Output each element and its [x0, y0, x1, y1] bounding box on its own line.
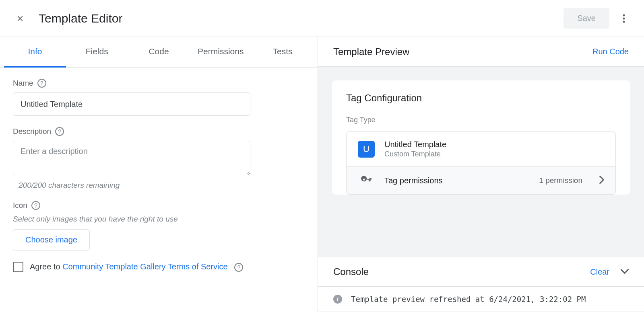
console-message-row: i Template preview refreshed at 6/24/202…	[318, 287, 644, 312]
help-icon[interactable]: ?	[55, 127, 64, 136]
agree-text: Agree to Community Template Gallery Term…	[30, 262, 243, 272]
editor-header: Template Editor Save	[0, 0, 644, 37]
console-message: Template preview refreshed at 6/24/2021,…	[351, 295, 586, 304]
help-icon[interactable]: ?	[31, 201, 40, 210]
terms-link[interactable]: Community Template Gallery Terms of Serv…	[62, 262, 228, 271]
chevron-right-icon	[599, 176, 604, 185]
clear-button[interactable]: Clear	[590, 267, 609, 277]
agree-prefix: Agree to	[30, 262, 62, 271]
editor-panel: Info Fields Code Permissions Tests Name …	[0, 37, 318, 312]
name-input[interactable]	[13, 92, 250, 116]
tab-code[interactable]: Code	[128, 37, 190, 67]
description-textarea[interactable]	[13, 141, 250, 175]
permissions-count: 1 permission	[539, 176, 582, 185]
tag-type-label: Tag Type	[346, 116, 616, 124]
console-title: Console	[333, 266, 369, 277]
tab-permissions[interactable]: Permissions	[190, 37, 252, 67]
tab-info[interactable]: Info	[4, 37, 66, 68]
help-icon[interactable]: ?	[234, 263, 243, 272]
preview-title: Template Preview	[333, 46, 409, 57]
tag-item[interactable]: U Untitled Template Custom Template	[346, 131, 616, 166]
run-code-button[interactable]: Run Code	[592, 47, 629, 56]
preview-panel: Template Preview Run Code Tag Configurat…	[318, 37, 644, 312]
icon-label: Icon	[13, 201, 27, 210]
save-button[interactable]: Save	[564, 8, 609, 29]
svg-point-2	[623, 21, 625, 23]
tag-badge-icon: U	[358, 141, 375, 158]
info-icon: i	[333, 295, 342, 304]
permissions-label: Tag permissions	[384, 176, 529, 185]
name-label: Name	[13, 79, 33, 88]
choose-image-button[interactable]: Choose image	[13, 229, 90, 250]
page-title: Template Editor	[39, 12, 564, 25]
tag-name: Untitled Template	[384, 140, 446, 149]
key-icon	[358, 175, 375, 186]
more-menu-icon[interactable]	[616, 10, 632, 27]
tab-fields[interactable]: Fields	[66, 37, 128, 67]
tab-tests[interactable]: Tests	[252, 37, 314, 67]
card-title: Tag Configuration	[346, 92, 616, 104]
char-count: 200/200 characters remaining	[13, 181, 305, 190]
icon-hint: Select only images that you have the rig…	[13, 215, 305, 224]
help-icon[interactable]: ?	[37, 79, 46, 88]
close-icon[interactable]	[14, 13, 26, 24]
chevron-down-icon[interactable]	[621, 268, 629, 275]
description-label: Description	[13, 127, 51, 136]
editor-tabs: Info Fields Code Permissions Tests	[0, 37, 318, 68]
svg-point-0	[623, 14, 625, 16]
tag-subtitle: Custom Template	[384, 150, 446, 158]
permissions-row[interactable]: Tag permissions 1 permission	[346, 166, 616, 195]
svg-point-1	[623, 17, 625, 19]
tag-config-card: Tag Configuration Tag Type U Untitled Te…	[332, 80, 630, 195]
agree-checkbox[interactable]	[13, 262, 23, 272]
